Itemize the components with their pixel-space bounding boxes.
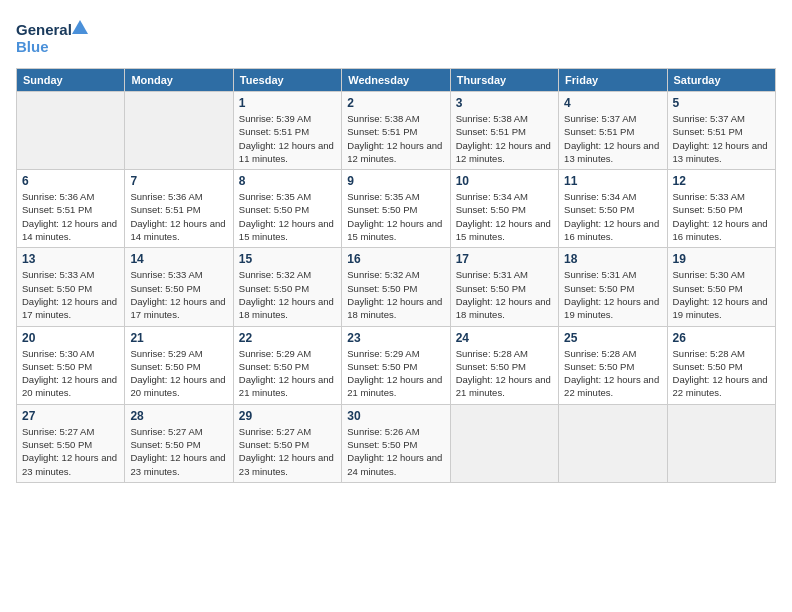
day-of-week-header: Wednesday <box>342 69 450 92</box>
day-sun-info: Sunrise: 5:37 AMSunset: 5:51 PMDaylight:… <box>673 112 770 165</box>
calendar-day-cell <box>125 92 233 170</box>
day-sun-info: Sunrise: 5:35 AMSunset: 5:50 PMDaylight:… <box>347 190 444 243</box>
day-number: 28 <box>130 409 227 423</box>
day-of-week-header: Friday <box>559 69 667 92</box>
day-sun-info: Sunrise: 5:33 AMSunset: 5:50 PMDaylight:… <box>130 268 227 321</box>
calendar-week-row: 20Sunrise: 5:30 AMSunset: 5:50 PMDayligh… <box>17 326 776 404</box>
day-number: 4 <box>564 96 661 110</box>
calendar-day-cell: 9Sunrise: 5:35 AMSunset: 5:50 PMDaylight… <box>342 170 450 248</box>
calendar-day-cell: 6Sunrise: 5:36 AMSunset: 5:51 PMDaylight… <box>17 170 125 248</box>
calendar-day-cell: 8Sunrise: 5:35 AMSunset: 5:50 PMDaylight… <box>233 170 341 248</box>
day-sun-info: Sunrise: 5:27 AMSunset: 5:50 PMDaylight:… <box>22 425 119 478</box>
calendar-day-cell: 22Sunrise: 5:29 AMSunset: 5:50 PMDayligh… <box>233 326 341 404</box>
day-sun-info: Sunrise: 5:30 AMSunset: 5:50 PMDaylight:… <box>673 268 770 321</box>
calendar-header-row: SundayMondayTuesdayWednesdayThursdayFrid… <box>17 69 776 92</box>
day-sun-info: Sunrise: 5:29 AMSunset: 5:50 PMDaylight:… <box>239 347 336 400</box>
calendar-day-cell: 7Sunrise: 5:36 AMSunset: 5:51 PMDaylight… <box>125 170 233 248</box>
calendar-day-cell: 4Sunrise: 5:37 AMSunset: 5:51 PMDaylight… <box>559 92 667 170</box>
calendar-day-cell: 10Sunrise: 5:34 AMSunset: 5:50 PMDayligh… <box>450 170 558 248</box>
calendar-day-cell: 17Sunrise: 5:31 AMSunset: 5:50 PMDayligh… <box>450 248 558 326</box>
day-sun-info: Sunrise: 5:29 AMSunset: 5:50 PMDaylight:… <box>130 347 227 400</box>
day-sun-info: Sunrise: 5:38 AMSunset: 5:51 PMDaylight:… <box>456 112 553 165</box>
calendar-day-cell: 16Sunrise: 5:32 AMSunset: 5:50 PMDayligh… <box>342 248 450 326</box>
day-sun-info: Sunrise: 5:38 AMSunset: 5:51 PMDaylight:… <box>347 112 444 165</box>
calendar-week-row: 27Sunrise: 5:27 AMSunset: 5:50 PMDayligh… <box>17 404 776 482</box>
day-number: 29 <box>239 409 336 423</box>
calendar-day-cell: 26Sunrise: 5:28 AMSunset: 5:50 PMDayligh… <box>667 326 775 404</box>
day-number: 19 <box>673 252 770 266</box>
day-number: 23 <box>347 331 444 345</box>
calendar-week-row: 1Sunrise: 5:39 AMSunset: 5:51 PMDaylight… <box>17 92 776 170</box>
calendar-day-cell: 18Sunrise: 5:31 AMSunset: 5:50 PMDayligh… <box>559 248 667 326</box>
calendar-day-cell <box>559 404 667 482</box>
calendar-day-cell: 3Sunrise: 5:38 AMSunset: 5:51 PMDaylight… <box>450 92 558 170</box>
day-number: 27 <box>22 409 119 423</box>
day-number: 11 <box>564 174 661 188</box>
day-number: 7 <box>130 174 227 188</box>
calendar-day-cell <box>667 404 775 482</box>
calendar-day-cell: 1Sunrise: 5:39 AMSunset: 5:51 PMDaylight… <box>233 92 341 170</box>
calendar-day-cell: 24Sunrise: 5:28 AMSunset: 5:50 PMDayligh… <box>450 326 558 404</box>
day-number: 12 <box>673 174 770 188</box>
day-sun-info: Sunrise: 5:32 AMSunset: 5:50 PMDaylight:… <box>239 268 336 321</box>
day-sun-info: Sunrise: 5:26 AMSunset: 5:50 PMDaylight:… <box>347 425 444 478</box>
calendar-day-cell: 5Sunrise: 5:37 AMSunset: 5:51 PMDaylight… <box>667 92 775 170</box>
day-sun-info: Sunrise: 5:30 AMSunset: 5:50 PMDaylight:… <box>22 347 119 400</box>
day-number: 15 <box>239 252 336 266</box>
day-of-week-header: Thursday <box>450 69 558 92</box>
calendar-day-cell: 27Sunrise: 5:27 AMSunset: 5:50 PMDayligh… <box>17 404 125 482</box>
svg-text:General: General <box>16 21 72 38</box>
calendar-day-cell: 15Sunrise: 5:32 AMSunset: 5:50 PMDayligh… <box>233 248 341 326</box>
day-number: 9 <box>347 174 444 188</box>
page-header: General Blue <box>16 16 776 60</box>
day-number: 20 <box>22 331 119 345</box>
calendar-week-row: 6Sunrise: 5:36 AMSunset: 5:51 PMDaylight… <box>17 170 776 248</box>
calendar-day-cell <box>17 92 125 170</box>
calendar-day-cell: 29Sunrise: 5:27 AMSunset: 5:50 PMDayligh… <box>233 404 341 482</box>
day-sun-info: Sunrise: 5:28 AMSunset: 5:50 PMDaylight:… <box>456 347 553 400</box>
calendar-day-cell: 20Sunrise: 5:30 AMSunset: 5:50 PMDayligh… <box>17 326 125 404</box>
day-number: 6 <box>22 174 119 188</box>
day-number: 3 <box>456 96 553 110</box>
logo: General Blue <box>16 16 96 60</box>
day-sun-info: Sunrise: 5:31 AMSunset: 5:50 PMDaylight:… <box>564 268 661 321</box>
day-number: 1 <box>239 96 336 110</box>
day-sun-info: Sunrise: 5:39 AMSunset: 5:51 PMDaylight:… <box>239 112 336 165</box>
day-sun-info: Sunrise: 5:35 AMSunset: 5:50 PMDaylight:… <box>239 190 336 243</box>
svg-text:Blue: Blue <box>16 38 49 55</box>
day-sun-info: Sunrise: 5:32 AMSunset: 5:50 PMDaylight:… <box>347 268 444 321</box>
day-number: 5 <box>673 96 770 110</box>
day-number: 2 <box>347 96 444 110</box>
day-sun-info: Sunrise: 5:28 AMSunset: 5:50 PMDaylight:… <box>564 347 661 400</box>
day-number: 21 <box>130 331 227 345</box>
day-sun-info: Sunrise: 5:28 AMSunset: 5:50 PMDaylight:… <box>673 347 770 400</box>
calendar-day-cell: 30Sunrise: 5:26 AMSunset: 5:50 PMDayligh… <box>342 404 450 482</box>
day-number: 16 <box>347 252 444 266</box>
day-sun-info: Sunrise: 5:34 AMSunset: 5:50 PMDaylight:… <box>456 190 553 243</box>
calendar-table: SundayMondayTuesdayWednesdayThursdayFrid… <box>16 68 776 483</box>
calendar-day-cell: 14Sunrise: 5:33 AMSunset: 5:50 PMDayligh… <box>125 248 233 326</box>
day-sun-info: Sunrise: 5:27 AMSunset: 5:50 PMDaylight:… <box>130 425 227 478</box>
calendar-day-cell: 2Sunrise: 5:38 AMSunset: 5:51 PMDaylight… <box>342 92 450 170</box>
day-sun-info: Sunrise: 5:36 AMSunset: 5:51 PMDaylight:… <box>22 190 119 243</box>
calendar-day-cell: 13Sunrise: 5:33 AMSunset: 5:50 PMDayligh… <box>17 248 125 326</box>
day-number: 30 <box>347 409 444 423</box>
svg-marker-2 <box>72 20 88 34</box>
day-number: 14 <box>130 252 227 266</box>
calendar-body: 1Sunrise: 5:39 AMSunset: 5:51 PMDaylight… <box>17 92 776 483</box>
calendar-day-cell <box>450 404 558 482</box>
day-of-week-header: Tuesday <box>233 69 341 92</box>
logo-svg: General Blue <box>16 16 96 60</box>
day-of-week-header: Sunday <box>17 69 125 92</box>
calendar-day-cell: 25Sunrise: 5:28 AMSunset: 5:50 PMDayligh… <box>559 326 667 404</box>
day-sun-info: Sunrise: 5:31 AMSunset: 5:50 PMDaylight:… <box>456 268 553 321</box>
calendar-day-cell: 28Sunrise: 5:27 AMSunset: 5:50 PMDayligh… <box>125 404 233 482</box>
calendar-week-row: 13Sunrise: 5:33 AMSunset: 5:50 PMDayligh… <box>17 248 776 326</box>
calendar-day-cell: 19Sunrise: 5:30 AMSunset: 5:50 PMDayligh… <box>667 248 775 326</box>
day-number: 22 <box>239 331 336 345</box>
day-sun-info: Sunrise: 5:34 AMSunset: 5:50 PMDaylight:… <box>564 190 661 243</box>
calendar-day-cell: 11Sunrise: 5:34 AMSunset: 5:50 PMDayligh… <box>559 170 667 248</box>
day-number: 18 <box>564 252 661 266</box>
day-number: 13 <box>22 252 119 266</box>
day-number: 25 <box>564 331 661 345</box>
